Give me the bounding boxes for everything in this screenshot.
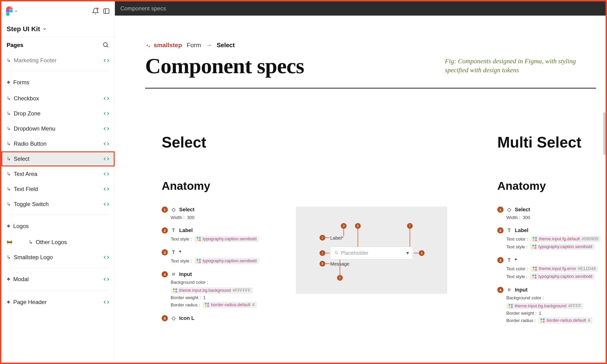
anatomy-preview: Label* 2 3 6 7	[296, 207, 447, 294]
sidebar-divider	[7, 268, 110, 268]
sidebar-section[interactable]: ❖Page Header	[1, 294, 115, 311]
anatomy-item: 5◇Icon L	[162, 315, 280, 321]
chevron-down-icon	[14, 9, 18, 13]
anatomy-item: 3T*Text color :theme.input.fg.error#E11D…	[497, 257, 606, 280]
layer-type-icon: ◇	[506, 207, 512, 213]
spec-select: Select Anatomy 1◇SelectWidth :3002TLabel…	[162, 134, 478, 328]
pin-6: 6	[355, 223, 361, 229]
figure-caption: Fig: Components designed in Figma, with …	[445, 57, 596, 78]
page-label: Text Area	[14, 171, 37, 177]
preview-label-text: Label	[330, 235, 342, 241]
pin-4: 4	[419, 250, 425, 256]
diamond-icon: ❖	[7, 299, 10, 305]
sub-arrow-icon: ↳	[7, 201, 11, 207]
file-name-label: Step UI Kit	[7, 25, 40, 33]
layer-type-icon: ◇	[171, 207, 176, 213]
panel-toggle-icon[interactable]	[103, 8, 110, 15]
page-label: Toggle Switch	[14, 201, 49, 208]
page-label: Other Logos	[36, 239, 67, 246]
svg-point-2	[104, 43, 107, 47]
svg-rect-0	[104, 9, 109, 13]
diamond-icon: ❖	[7, 80, 10, 85]
anatomy-name: *	[179, 249, 181, 255]
sub-arrow-icon: ↳	[7, 95, 11, 102]
anatomy-item: 4⌗InputBackground color :theme.input.bg.…	[162, 271, 280, 308]
page-label: Checkbox	[14, 95, 39, 102]
file-title[interactable]: Step UI Kit	[1, 21, 115, 37]
pin-1: 1	[319, 250, 325, 256]
tab-label[interactable]: Component specs	[120, 5, 166, 12]
hero: Component specs Fig: Components designed…	[145, 53, 596, 89]
sub-arrow-icon: ↳	[7, 186, 11, 192]
sidebar-page-item[interactable]: ↳Text Area	[1, 166, 115, 182]
anatomy-item: 1◇SelectWidth :300	[162, 207, 280, 220]
spec-section-heading: Anatomy	[162, 179, 478, 192]
anatomy-prop: Border weight :1	[497, 311, 606, 316]
anatomy-pin: 3	[162, 249, 168, 255]
sidebar-page-item[interactable]: ↳Smallstep Logo	[1, 250, 115, 265]
sidebar-section[interactable]: ❖Modal	[1, 271, 115, 288]
sidebar-page-item[interactable]: ↳Checkbox	[1, 91, 115, 106]
sidebar-section[interactable]: ❖Logos	[1, 218, 115, 235]
anatomy-prop: Border radius :border-radius.default4	[497, 317, 606, 324]
dev-ready-icon	[103, 126, 110, 132]
sidebar-top-row	[1, 1, 115, 21]
sub-arrow-icon: ↳	[7, 141, 11, 147]
figma-logo-icon[interactable]	[6, 8, 18, 15]
anatomy-prop: Text color :theme.input.fg.error#E11D48	[497, 266, 606, 272]
sidebar-page-item[interactable]: ↳Marketing Footer	[1, 53, 115, 68]
anatomy-prop: Text style :typography.caption.semibold	[497, 244, 606, 250]
dev-ready-icon	[103, 141, 110, 147]
dev-ready-icon	[103, 95, 110, 102]
dev-ready-icon	[103, 156, 110, 162]
dev-ready-icon	[103, 171, 110, 177]
sidebar-page-item[interactable]: ↳Drop Zone	[1, 106, 115, 121]
sidebar-page-item[interactable]: 🚧↳Other Logos	[1, 235, 115, 250]
smallstep-logo: smallstep	[145, 41, 182, 49]
dev-ready-icon	[103, 276, 110, 282]
pages-list[interactable]: ↳Marketing Footer❖Forms↳Checkbox↳Drop Zo…	[1, 53, 115, 363]
design-token: typography.caption.semibold	[530, 244, 595, 250]
anatomy-pin: 2	[162, 227, 168, 234]
canvas[interactable]: smallstep Form → Select Component specs …	[117, 16, 606, 363]
anatomy-name: Label	[515, 227, 528, 234]
notifications-icon[interactable]	[92, 8, 99, 15]
page-label: Radio Button	[14, 141, 47, 147]
anatomy-prop: Background color :theme.input.bg.backgro…	[497, 295, 606, 309]
anatomy-pin: 4	[162, 271, 168, 277]
sidebar-page-item[interactable]: ↳Dropdown Menu	[1, 121, 115, 136]
anatomy-pin: 4	[497, 287, 503, 293]
canvas-tab-bar: Component specs	[115, 1, 606, 16]
sidebar-page-item[interactable]: ↳Toggle Switch	[1, 197, 115, 212]
design-token: border-radius.default4	[203, 302, 257, 308]
search-icon[interactable]	[102, 41, 110, 49]
anatomy-prop: Text color :theme.input.fg.default#09090…	[497, 236, 606, 242]
brand-label: smallstep	[154, 41, 182, 49]
design-token: typography.caption.semibold	[194, 236, 259, 242]
svg-line-3	[107, 46, 108, 47]
sidebar-page-item[interactable]: ↳Radio Button	[1, 136, 115, 151]
anatomy-item: 3T*Text style :typography.caption.semibo…	[162, 249, 280, 264]
design-token: typography.caption.semibold	[194, 258, 259, 264]
section-label: Page Header	[13, 299, 47, 305]
sidebar-section[interactable]: ❖Forms	[1, 74, 115, 91]
svg-point-4	[335, 251, 338, 254]
design-token: theme.input.fg.error#E11D48	[530, 266, 598, 272]
sub-arrow-icon: ↳	[7, 110, 11, 117]
sub-arrow-icon: ↳	[7, 156, 11, 162]
anatomy-name: *	[515, 257, 517, 263]
spec-title: Select	[162, 134, 478, 151]
anatomy-pin: 1	[162, 207, 168, 213]
anatomy-prop: Width :300	[162, 215, 280, 220]
notification-dot	[97, 8, 98, 10]
layer-type-icon: T	[171, 227, 176, 234]
anatomy-prop: Width :300	[497, 215, 606, 220]
breadcrumb: smallstep Form → Select	[145, 41, 235, 49]
sidebar-page-item[interactable]: ↳Text Field	[1, 182, 115, 197]
page-label: Text Field	[14, 186, 38, 192]
sidebar-page-item[interactable]: ↳Select	[1, 151, 115, 166]
svg-line-5	[337, 253, 338, 254]
anatomy-pin: 5	[162, 315, 168, 321]
anatomy-name: Input	[515, 287, 528, 293]
anatomy-list-right: 1◇SelectWidth :3002TLabelText color :the…	[497, 207, 606, 324]
